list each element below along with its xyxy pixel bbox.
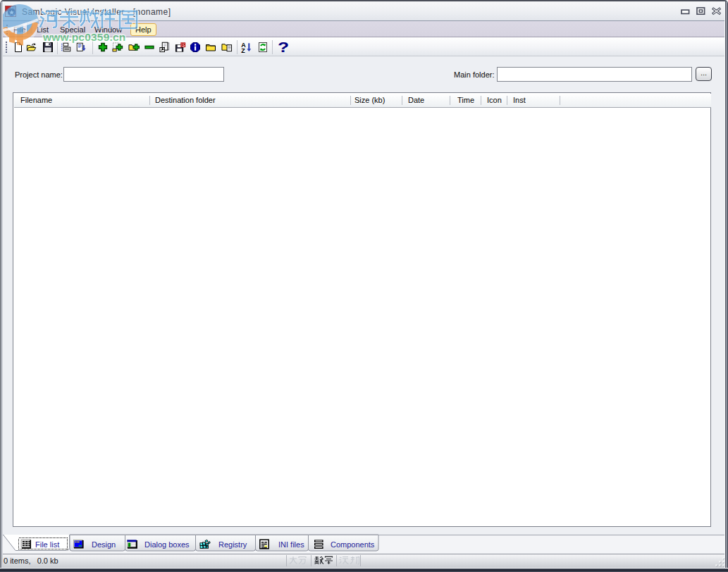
svg-text:www.pc0359.cn: www.pc0359.cn <box>42 31 125 43</box>
svg-text:Z: Z <box>241 47 245 53</box>
svg-text:?: ? <box>278 39 289 54</box>
